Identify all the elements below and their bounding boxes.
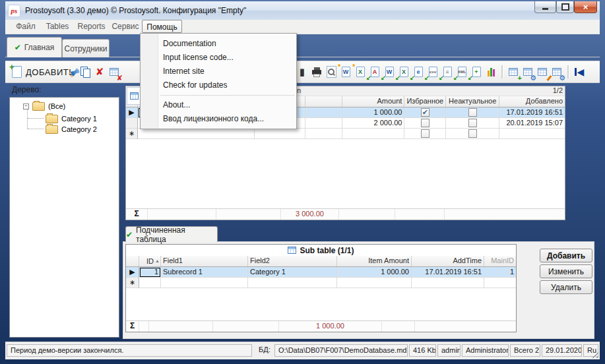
excel-template-icon[interactable]: X* bbox=[354, 65, 366, 79]
stamp-icon[interactable]: ▮ bbox=[296, 65, 308, 79]
cell-field1[interactable]: Subrecord 1 bbox=[161, 267, 248, 278]
title-bar[interactable]: ps Prostoysoft (3.30 демо) © Prostoysoft… bbox=[5, 1, 600, 20]
cell-added[interactable]: 17.01.2019 16:51 bbox=[499, 107, 565, 118]
sub-table-tab[interactable]: ✔ Подчиненная таблица bbox=[125, 226, 218, 242]
cell-amount[interactable]: 2 000.00 bbox=[342, 118, 405, 129]
new-row[interactable]: ∗ bbox=[126, 129, 565, 139]
cell-favorite[interactable] bbox=[404, 129, 446, 139]
category-tree[interactable]: − (Все) Category 1 Category 2 bbox=[9, 97, 119, 338]
cell-hidden3[interactable] bbox=[305, 129, 342, 139]
cell-amount[interactable]: 1 000.00 bbox=[342, 107, 405, 118]
first-record-icon[interactable]: ◀ bbox=[573, 65, 585, 79]
table-row[interactable]: ▶ 1 Subrecord 1 Category 1 1 000.00 17.0… bbox=[126, 267, 516, 278]
menu-item-documentation[interactable]: Documentation bbox=[141, 37, 296, 51]
menu-tables[interactable]: Tables bbox=[41, 20, 74, 33]
word-template-icon[interactable]: W* bbox=[340, 65, 352, 79]
cell-field2[interactable]: Category 1 bbox=[248, 267, 337, 278]
cell-hidden2[interactable] bbox=[255, 129, 305, 139]
export-excel-icon[interactable]: X↙ bbox=[398, 65, 410, 79]
menu-item-check-for-updates[interactable]: Check for updates bbox=[141, 78, 296, 92]
export-xml-icon[interactable]: XML↙ bbox=[456, 65, 468, 79]
cell-amount[interactable] bbox=[342, 129, 405, 139]
menu-item-about[interactable]: About... bbox=[141, 98, 296, 112]
cell-field1[interactable] bbox=[161, 278, 248, 288]
cell-hidden3[interactable] bbox=[305, 107, 342, 118]
tree-expander-icon[interactable]: − bbox=[23, 104, 29, 109]
inactive-checkbox[interactable] bbox=[468, 108, 477, 117]
cell-added[interactable]: 20.01.2019 15:07 bbox=[499, 118, 565, 129]
cell-inactive[interactable] bbox=[446, 129, 499, 139]
header-favorite[interactable]: Избранное bbox=[404, 96, 446, 107]
card-view-button[interactable] bbox=[127, 87, 141, 105]
favorite-checkbox[interactable] bbox=[421, 108, 430, 117]
new-row[interactable]: ∗ bbox=[126, 278, 516, 288]
header-field1[interactable]: Field1 bbox=[161, 256, 248, 266]
minimize-button[interactable] bbox=[534, 1, 556, 13]
tree-node-category1[interactable]: Category 1 bbox=[46, 113, 97, 124]
add-table-icon[interactable]: + bbox=[507, 65, 519, 79]
cell-mainid[interactable]: 1 bbox=[484, 267, 516, 278]
header-mainid[interactable]: MainID bbox=[484, 256, 516, 266]
print-icon[interactable] bbox=[311, 65, 323, 79]
favorite-checkbox[interactable] bbox=[421, 119, 430, 127]
sub-edit-button[interactable]: Изменить bbox=[540, 264, 592, 278]
menu-reports[interactable]: Reports bbox=[74, 20, 109, 33]
row-selector-cell[interactable]: ▶ bbox=[126, 107, 138, 118]
export-csv-icon[interactable]: csv↙ bbox=[427, 65, 439, 79]
table-settings-icon[interactable]: ⚙ bbox=[522, 65, 534, 79]
header-id[interactable]: ID▲ bbox=[139, 256, 161, 266]
cell-mainid[interactable] bbox=[484, 278, 516, 288]
tab-main[interactable]: ✔ Главная bbox=[7, 37, 62, 57]
inactive-checkbox[interactable] bbox=[468, 119, 477, 127]
append-export-icon[interactable]: +↙ bbox=[470, 65, 482, 79]
cell-item-amount[interactable] bbox=[337, 278, 412, 288]
menu-item-internet-site[interactable]: Internet site bbox=[141, 65, 296, 78]
delete-table-icon[interactable]: ✘ bbox=[108, 65, 120, 79]
inactive-checkbox[interactable] bbox=[468, 129, 477, 138]
export-word-icon[interactable]: W↙ bbox=[383, 65, 395, 79]
tree-node-category2[interactable]: Category 2 bbox=[46, 124, 97, 135]
cell-favorite[interactable] bbox=[404, 107, 446, 118]
menu-service[interactable]: Сервис bbox=[109, 20, 142, 33]
sub-table[interactable]: Sub table (1/1) ID▲ Field1 Field2 Item A… bbox=[125, 244, 517, 332]
menu-item-input-license-code[interactable]: Input license code... bbox=[141, 51, 296, 65]
cell-hidden1[interactable] bbox=[138, 129, 255, 139]
cell-field2[interactable] bbox=[248, 278, 337, 288]
row-selector-cell[interactable]: ▶ bbox=[126, 267, 139, 278]
tab-staff[interactable]: Сотрудники bbox=[62, 39, 110, 57]
new-row-selector[interactable]: ∗ bbox=[126, 278, 139, 288]
new-row-selector[interactable]: ∗ bbox=[126, 129, 138, 139]
header-item-amount[interactable]: Item Amount bbox=[337, 256, 412, 266]
cell-added[interactable] bbox=[499, 129, 565, 139]
header-field2[interactable]: Field2 bbox=[248, 256, 337, 266]
chart-icon[interactable] bbox=[485, 67, 497, 76]
header-amount[interactable]: Amount bbox=[342, 96, 405, 107]
header-addtime[interactable]: AddTime bbox=[412, 256, 484, 266]
export-text-icon[interactable]: ≡↙ bbox=[441, 65, 453, 79]
restore-button[interactable] bbox=[556, 1, 574, 13]
sub-add-button[interactable]: Добавить bbox=[540, 249, 592, 262]
header-hidden-col3[interactable] bbox=[305, 96, 342, 107]
header-inactive[interactable]: Неактуальное bbox=[446, 96, 499, 107]
cell-inactive[interactable] bbox=[446, 118, 499, 129]
edit-table-icon[interactable] bbox=[536, 65, 548, 79]
delete-record-icon[interactable]: ✘ bbox=[94, 65, 106, 79]
cell-addtime[interactable]: 17.01.2019 16:51 bbox=[412, 267, 484, 278]
cell-inactive[interactable] bbox=[446, 107, 499, 118]
cell-hidden3[interactable] bbox=[305, 118, 342, 129]
close-button[interactable]: × bbox=[574, 1, 597, 13]
cell-addtime[interactable] bbox=[412, 278, 484, 288]
menu-help[interactable]: Помощь bbox=[142, 20, 182, 33]
menu-file[interactable]: Файл bbox=[11, 20, 41, 33]
table-config-icon[interactable]: ⚙ bbox=[551, 65, 563, 79]
export-pdf-icon[interactable]: A↙ bbox=[369, 65, 381, 79]
export-html-icon[interactable]: e↙ bbox=[412, 65, 424, 79]
copy-record-icon[interactable] bbox=[79, 65, 91, 79]
cell-favorite[interactable] bbox=[404, 118, 446, 129]
row-selector-cell[interactable] bbox=[126, 118, 138, 129]
tree-node-root[interactable]: − (Все) bbox=[23, 101, 65, 111]
cell-id[interactable] bbox=[139, 278, 161, 288]
header-added[interactable]: Добавлено bbox=[499, 96, 565, 107]
menu-item-license-code-ru[interactable]: Ввод лицензионного кода... bbox=[141, 112, 296, 126]
add-record-button[interactable]: ДОБАВИТЬ bbox=[12, 63, 75, 80]
